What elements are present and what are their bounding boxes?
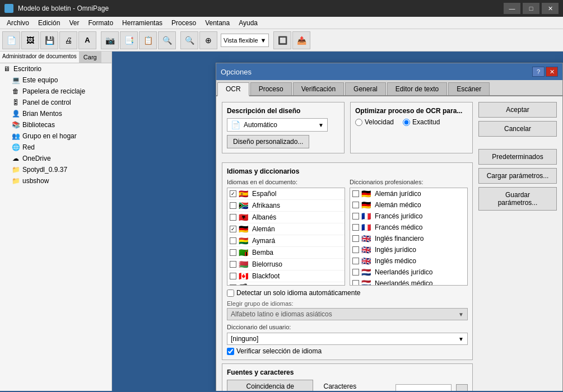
toolbar-scan[interactable]: 📷: [101, 31, 119, 49]
user-dict-select[interactable]: [ninguno] ▼: [227, 333, 468, 345]
custom-layout-button[interactable]: Diseño personalizado...: [227, 135, 309, 148]
velocidad-radio[interactable]: [355, 119, 362, 126]
dict-neerlan-juridico[interactable]: 🇳🇱 Neerlandés jurídico: [350, 267, 467, 278]
cancel-button[interactable]: Cancelar: [478, 121, 557, 137]
lang-bielorruso[interactable]: 🇧🇾 Bielorruso: [227, 259, 345, 270]
dict-ij-checkbox[interactable]: [352, 246, 359, 253]
tree-usbshow[interactable]: 📁 usbshow: [0, 175, 111, 186]
menu-proceso[interactable]: Proceso: [167, 18, 201, 28]
tab-proceso[interactable]: Proceso: [250, 82, 292, 95]
dict-aleman-medico[interactable]: 🇩🇪 Alemán médico: [350, 199, 467, 211]
tree-equipo[interactable]: 💻 Este equipo: [0, 74, 111, 86]
afrikaans-checkbox[interactable]: [230, 202, 236, 209]
menu-edicion[interactable]: Edición: [34, 18, 64, 28]
lang-breton[interactable]: 🏴 Bretón: [227, 282, 345, 286]
load-params-button[interactable]: Cargar parámetros...: [478, 168, 557, 184]
exactitud-radio[interactable]: [403, 119, 410, 126]
lang-aymara[interactable]: 🇧🇴 Aymará: [227, 235, 345, 247]
dict-ingles-juridico[interactable]: 🇬🇧 Inglés jurídico: [350, 244, 467, 255]
tab-carg[interactable]: Carg: [79, 52, 101, 63]
blackfoot-checkbox[interactable]: [230, 273, 236, 279]
lang-afrikaans[interactable]: 🇿🇦 Afrikaans: [227, 200, 345, 212]
menu-ventana[interactable]: Ventana: [201, 18, 234, 28]
tree-panel-control[interactable]: 🎛 Panel de control: [0, 97, 111, 108]
layout-dropdown[interactable]: 📄 Automático ▼: [227, 118, 328, 132]
toolbar-print[interactable]: 🖨: [59, 31, 77, 49]
dict-fm-checkbox[interactable]: [352, 224, 359, 231]
toolbar-extra1[interactable]: 🔲: [273, 31, 291, 49]
menu-ver[interactable]: Ver: [64, 18, 83, 28]
toolbar-scan2[interactable]: 📑: [120, 31, 138, 49]
accept-button[interactable]: Aceptar: [478, 102, 557, 118]
menu-archivo[interactable]: Archivo: [2, 18, 34, 28]
espanol-checkbox[interactable]: ✓: [230, 190, 236, 197]
aleman-checkbox[interactable]: ✓: [230, 226, 236, 232]
menu-formato[interactable]: Formato: [83, 18, 118, 28]
tab-ocr[interactable]: OCR: [217, 82, 249, 96]
tab-admin-docs[interactable]: Administrador de documentos: [0, 52, 79, 63]
bielorruso-checkbox[interactable]: [230, 261, 236, 268]
toolbar-text[interactable]: A: [78, 31, 96, 49]
minimize-button[interactable]: —: [504, 3, 520, 14]
dicts-list[interactable]: 🇩🇪 Alemán jurídico 🇩🇪 Alemán médico: [350, 188, 468, 286]
tree-escritorio[interactable]: 🖥 Escritorio: [0, 63, 111, 74]
lang-aleman[interactable]: ✓ 🇩🇪 Alemán: [227, 223, 345, 235]
tab-editor-texto[interactable]: Editor de texto: [387, 82, 447, 95]
languages-list[interactable]: ✓ 🇪🇸 Español 🇿🇦 Afrikaans: [227, 188, 345, 286]
dict-aj-checkbox[interactable]: [352, 190, 359, 197]
vista-dropdown[interactable]: Vista flexible ▼: [221, 34, 269, 47]
tree-onedrive[interactable]: ☁ OneDrive: [0, 153, 111, 164]
aymara-checkbox[interactable]: [230, 237, 236, 244]
tab-escaner[interactable]: Escáner: [448, 82, 490, 95]
toolbar-extra2[interactable]: 📤: [292, 31, 310, 49]
dict-aleman-juridico[interactable]: 🇩🇪 Alemán jurídico: [350, 188, 467, 199]
tree-red[interactable]: 🌐 Red: [0, 142, 111, 153]
lang-espanol[interactable]: ✓ 🇪🇸 Español: [227, 188, 345, 200]
tab-verificacion[interactable]: Verificación: [293, 82, 344, 95]
toolbar-new[interactable]: 📄: [2, 31, 20, 49]
verify-checkbox[interactable]: [227, 348, 234, 355]
dict-fj-checkbox[interactable]: [352, 213, 359, 220]
dict-ingles-medico[interactable]: 🇬🇧 Inglés médico: [350, 255, 467, 267]
bemba-checkbox[interactable]: [230, 249, 236, 256]
detect-checkbox[interactable]: [227, 290, 234, 297]
dialog-help-button[interactable]: ?: [532, 67, 545, 77]
albanes-checkbox[interactable]: [230, 214, 236, 221]
app-close-button[interactable]: ✕: [542, 3, 559, 14]
dict-nj-checkbox[interactable]: [352, 269, 359, 276]
toolbar-save[interactable]: 💾: [40, 31, 58, 49]
radio-velocidad[interactable]: Velocidad: [355, 118, 394, 126]
dialog-close-button[interactable]: ✕: [546, 67, 558, 77]
extra-chars-ellipsis[interactable]: ...: [456, 384, 468, 391]
menu-herramientas[interactable]: Herramientas: [118, 18, 167, 28]
menu-ayuda[interactable]: Ayuda: [234, 18, 262, 28]
dict-if-checkbox[interactable]: [352, 235, 359, 242]
dict-nm-checkbox[interactable]: [352, 280, 359, 286]
radio-exactitud[interactable]: Exactitud: [403, 118, 440, 126]
save-params-button[interactable]: Guardar parámetros...: [478, 187, 557, 211]
toolbar-zoom1[interactable]: 🔍: [180, 31, 198, 49]
tree-brian[interactable]: 👤 Brian Mentos: [0, 108, 111, 119]
tree-grupo-hogar[interactable]: 👥 Grupo en el hogar: [0, 130, 111, 142]
toolbar-open[interactable]: 🖼: [21, 31, 39, 49]
extra-chars-input[interactable]: [396, 384, 452, 391]
dict-frances-juridico[interactable]: 🇫🇷 Francés jurídico: [350, 211, 467, 222]
defaults-button[interactable]: Predeterminados: [478, 149, 557, 165]
dict-ingles-financiero[interactable]: 🇬🇧 Inglés financiero: [350, 233, 467, 244]
toolbar-scan4[interactable]: 🔍: [158, 31, 176, 49]
maximize-button[interactable]: □: [523, 3, 539, 14]
match-fonts-button[interactable]: Coincidencia de fuentes...: [227, 380, 313, 391]
toolbar-scan3[interactable]: 📋: [139, 31, 157, 49]
dict-am-checkbox[interactable]: [352, 202, 359, 208]
dict-neerlan-medico[interactable]: 🇳🇱 Neerlandés médico: [350, 278, 467, 286]
tree-papelera[interactable]: 🗑 Papelera de reciclaje: [0, 86, 111, 97]
tab-general[interactable]: General: [345, 82, 386, 95]
breton-checkbox[interactable]: [230, 284, 236, 286]
lang-bemba[interactable]: 🇿🇲 Bemba: [227, 247, 345, 259]
lang-albanes[interactable]: 🇦🇱 Albanés: [227, 212, 345, 223]
dict-frances-medico[interactable]: 🇫🇷 Francés médico: [350, 222, 467, 233]
tree-bibliotecas[interactable]: 📚 Bibliotecas: [0, 119, 111, 130]
lang-blackfoot[interactable]: 🇨🇦 Blackfoot: [227, 270, 345, 282]
toolbar-zoom2[interactable]: ⊕: [199, 31, 217, 49]
tree-spotydl[interactable]: 📁 Spotydl_0.9.37: [0, 164, 111, 175]
